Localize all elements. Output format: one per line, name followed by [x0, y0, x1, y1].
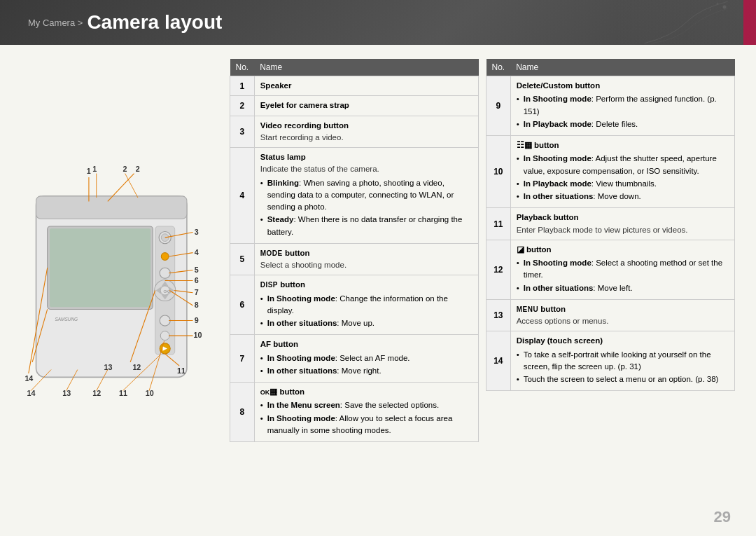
right-col-name: Name: [510, 59, 734, 76]
table-row: 10 ☷▦ button In Shooting mode: Adjust th…: [486, 136, 735, 208]
left-col-no: No.: [230, 59, 255, 76]
svg-text:2: 2: [136, 165, 140, 173]
page-header: My Camera > Camera layout: [0, 0, 756, 45]
accent-bar: [743, 0, 756, 45]
table-row: 14 Display (touch screen) To take a self…: [486, 331, 735, 391]
svg-point-12: [160, 268, 170, 278]
svg-text:14: 14: [24, 374, 33, 383]
svg-text:OK: OK: [164, 289, 169, 294]
svg-text:1: 1: [92, 165, 97, 173]
svg-text:1: 1: [87, 167, 91, 175]
svg-text:SAMSUNG: SAMSUNG: [55, 317, 78, 322]
svg-text:9: 9: [195, 316, 199, 324]
svg-text:5: 5: [195, 266, 199, 274]
decorative-swirl: [644, 1, 728, 43]
svg-text:2: 2: [122, 165, 127, 173]
svg-text:13: 13: [104, 363, 112, 371]
svg-point-2: [710, 9, 711, 11]
svg-point-11: [161, 253, 169, 261]
table-row: 6 DISP button In Shooting mode: Change t…: [230, 275, 479, 335]
table-row: 4 Status lamp Indicate the status of the…: [230, 148, 479, 244]
svg-text:3: 3: [195, 228, 199, 236]
svg-point-20: [160, 315, 170, 326]
right-table: No. Name 9 Delete/Custom button In Shoot…: [486, 59, 735, 522]
camera-diagram: SAMSUNG OK: [21, 59, 217, 522]
table-row: 12 ◪ button In Shooting mode: Select a s…: [486, 240, 735, 299]
table-row: 13 MENU button Access options or menus.: [486, 299, 735, 331]
table-row: 9 Delete/Custom button In Shooting mode:…: [486, 76, 735, 136]
main-content: SAMSUNG OK: [0, 45, 756, 536]
svg-rect-4: [36, 196, 187, 219]
svg-text:4: 4: [195, 248, 199, 256]
svg-text:12: 12: [132, 363, 141, 371]
tables-area: No. Name 1 Speaker 2 Eyelet for camera s…: [230, 59, 735, 522]
breadcrumb: My Camera >: [28, 18, 83, 28]
left-col-name: Name: [254, 59, 478, 76]
svg-text:6: 6: [195, 276, 199, 284]
table-row: 11 Playback button Enter Playback mode t…: [486, 208, 735, 240]
page-title: Camera layout: [87, 11, 222, 34]
svg-line-65: [125, 174, 138, 198]
svg-text:11: 11: [177, 366, 186, 375]
svg-point-21: [160, 331, 169, 341]
svg-text:7: 7: [195, 288, 199, 296]
table-row: 7 AF button In Shooting mode: Select an …: [230, 335, 479, 383]
svg-text:10: 10: [194, 331, 202, 339]
svg-point-0: [723, 6, 727, 9]
camera-illustration: SAMSUNG OK: [21, 59, 217, 522]
table-row: 5 MODE button Select a shooting mode.: [230, 243, 479, 275]
page-number: 29: [714, 508, 731, 526]
svg-text:8: 8: [195, 301, 199, 309]
table-row: 3 Video recording button Start recording…: [230, 116, 479, 148]
right-col-no: No.: [486, 59, 511, 76]
table-row: 2 Eyelet for camera strap: [230, 96, 479, 116]
table-row: 8 OK▦ button In the Menu screen: Save th…: [230, 383, 479, 442]
table-row: 1 Speaker: [230, 76, 479, 96]
left-table: No. Name 1 Speaker 2 Eyelet for camera s…: [230, 59, 479, 522]
svg-rect-6: [50, 228, 150, 307]
svg-point-1: [717, 3, 719, 5]
